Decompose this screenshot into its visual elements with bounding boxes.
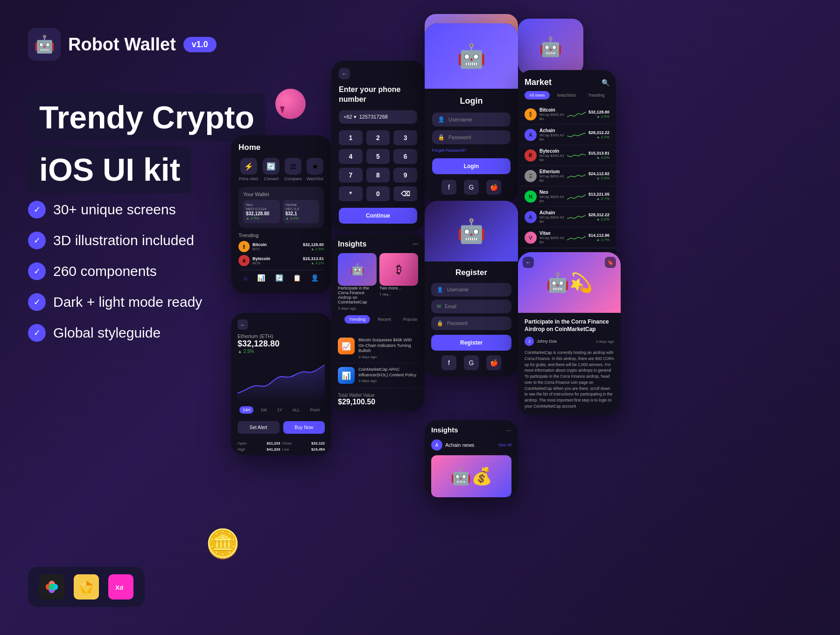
country-code[interactable]: +62 ▾ (343, 114, 357, 120)
market-row-bitcoin[interactable]: ₿ Bitcoin MCap $893.43 Bn $32,128.80 ▲ 2… (518, 104, 616, 125)
market-row-neo[interactable]: N Neo MCap $893.43 Bn $13,221.55 ▲ 2.7% (518, 186, 616, 207)
market-bytecoin-info: Bytecoin MCap $393.43 Bn (539, 148, 564, 162)
reg-google-button[interactable]: G (464, 355, 479, 370)
wallet-card-vechai[interactable]: Vechai VEC 0.2 $32,1 ▲ 3.2% (283, 200, 320, 223)
neo-mini-chart (567, 192, 586, 201)
wallet-card-neo-code: NEO 0.2124 (246, 207, 277, 211)
nav-profile-icon[interactable]: 👤 (311, 274, 319, 282)
tf-all[interactable]: ALL (289, 406, 303, 414)
see-all-button[interactable]: See All (498, 443, 511, 447)
coin-row-bitcoin[interactable]: ₿ Bitcoin BTC $32,128.80 ▲ 2.5% (238, 241, 324, 252)
qa-compare[interactable]: ⚖ Compare (284, 158, 301, 181)
coin-row-bytecoin[interactable]: Ƀ Bytecoin BCN $15,313.81 ▲ 3.2% (238, 255, 324, 266)
register-username-field[interactable]: 👤 Username (431, 283, 511, 296)
tab-popular[interactable]: Popular (399, 315, 422, 324)
key-6[interactable]: 6 (393, 149, 417, 164)
tab-trending[interactable]: Trending (583, 91, 609, 99)
qa-watchlist[interactable]: ★ Watchlist (307, 158, 323, 181)
bytecoin-mini-chart (567, 151, 586, 160)
reg-apple-button[interactable]: 🍎 (486, 355, 501, 370)
news-icon-1: 📈 (338, 338, 355, 354)
market-bytecoin-price: $15,313.81 ▲ 2.2% (588, 151, 609, 160)
convert-icon: 🔄 (263, 158, 280, 175)
back-button[interactable]: ← (339, 68, 350, 79)
continue-button[interactable]: Continue (339, 208, 417, 224)
sketch-icon (74, 574, 99, 600)
username-field[interactable]: 👤 Username (432, 113, 511, 127)
login-button[interactable]: Login (432, 158, 511, 174)
key-3[interactable]: 3 (393, 130, 417, 145)
key-1[interactable]: 1 (339, 130, 363, 145)
nav-home-icon[interactable]: ⌂ (244, 274, 247, 282)
insights-more-button[interactable]: ··· (413, 240, 418, 248)
key-5[interactable]: 5 (366, 149, 390, 164)
tf-1w[interactable]: 1W (257, 406, 270, 414)
price-open: Open $21,233 (238, 441, 280, 445)
market-row-bytecoin[interactable]: Ƀ Bytecoin MCap $393.43 Bn $15,313.81 ▲ … (518, 145, 616, 166)
market-vitae-price: $14,112.86 ▲ 2.7% (588, 233, 609, 242)
buy-button[interactable]: Buy Now (283, 421, 325, 434)
tab-recent[interactable]: Recent (373, 315, 396, 324)
set-alert-button[interactable]: Set Alert (238, 421, 280, 434)
key-0[interactable]: 0 (366, 186, 390, 201)
feature-item-5: ✓ Global styleguide (28, 324, 202, 342)
register-email-field[interactable]: ✉ Email (431, 300, 511, 313)
key-9[interactable]: 9 (393, 168, 417, 183)
nav-convert-icon[interactable]: 🔄 (275, 274, 283, 282)
news-content-1: Bitcoin Surpasses $40k With On-Chain Ind… (358, 338, 418, 359)
register-illustration: 🤖 (425, 201, 518, 261)
market-achain1-icon: A (525, 129, 537, 141)
nav-copy-icon[interactable]: 📋 (293, 274, 301, 282)
tf-point[interactable]: Point (307, 406, 323, 414)
key-7[interactable]: 7 (339, 168, 363, 183)
news-time-1: 3 days ago (358, 355, 418, 359)
facebook-login-button[interactable]: f (441, 180, 456, 195)
chart-back-button[interactable]: ← (238, 319, 248, 330)
tab-watchlists[interactable]: Watchlists (553, 91, 581, 99)
tf-1y[interactable]: 1Y (274, 406, 286, 414)
price-alert-icon: ⚡ (240, 158, 257, 175)
apple-login-button[interactable]: 🍎 (486, 180, 501, 195)
article-bookmark-button[interactable]: 🔖 (605, 257, 616, 268)
price-low: Low $19,454 (282, 447, 325, 452)
insights2-more-button[interactable]: ··· (506, 426, 511, 434)
reg-facebook-button[interactable]: f (441, 355, 456, 370)
forgot-password-link[interactable]: Forget Password? (432, 148, 466, 153)
news-item-1[interactable]: 📈 Bitcoin Surpasses $40k With On-Chain I… (331, 334, 425, 363)
key-2[interactable]: 2 (366, 130, 390, 145)
key-8[interactable]: 8 (366, 168, 390, 183)
google-login-button[interactable]: G (464, 180, 479, 195)
qa-price-alert[interactable]: ⚡ Price Alert (239, 158, 258, 181)
register-password-field[interactable]: 🔒 Password (431, 317, 511, 330)
market-search-icon[interactable]: 🔍 (602, 79, 609, 86)
market-row-achain2[interactable]: A Achain MCap $893.43 Bn $28,312.22 ▲ 2.… (518, 207, 616, 227)
qa-convert[interactable]: 🔄 Convert (263, 158, 280, 181)
etherium-mini-chart (567, 171, 586, 181)
author-avatar: J (525, 337, 534, 346)
price-close: Close $32,122 (282, 441, 325, 445)
key-4[interactable]: 4 (339, 149, 363, 164)
bytecoin-info: Bytecoin BCN (252, 256, 303, 265)
bitcoin-price: $32,128.80 (303, 242, 324, 247)
market-row-achain1[interactable]: A Achain MCap $393.43 Bn $28,312.22 ▲ 2.… (518, 125, 616, 145)
phone-register-screen: 🤖 Register 👤 Username ✉ Email 🔒 Password… (425, 201, 518, 377)
market-row-vitae[interactable]: V Vitae MCap $893.43 Bn $14,112.86 ▲ 2.7… (518, 227, 616, 248)
market-row-etherium[interactable]: Ξ Etherium MCap $893.43 Bn $24,112.82 ▲ … (518, 166, 616, 186)
nav-chart-icon[interactable]: 📊 (257, 274, 265, 282)
password-field[interactable]: 🔒 Password (432, 130, 511, 144)
tab-all-news[interactable]: All news (525, 91, 550, 99)
wallet-card-neo[interactable]: Neo NEO 0.2124 $32,128.80 ▲ 2.5% (243, 200, 280, 223)
register-title: Register (431, 268, 511, 277)
qa-convert-label: Convert (264, 176, 279, 181)
tab-trending[interactable]: Trending (344, 315, 370, 324)
key-star[interactable]: * (339, 186, 363, 201)
news-item-2[interactable]: 📊 CoinMarketCap APAC Influencer(KOL) Con… (331, 363, 425, 388)
bitcoin-change: ▲ 2.5% (303, 247, 324, 251)
tf-24h[interactable]: 24H (239, 406, 254, 414)
price-high: High $41,233 (238, 447, 280, 452)
register-button[interactable]: Register (431, 335, 511, 351)
article-back-button[interactable]: ← (523, 257, 534, 268)
phone-input[interactable]: +62 ▾ 1257317268 (339, 110, 417, 124)
key-backspace[interactable]: ⌫ (393, 186, 417, 201)
market-header: Market 🔍 (518, 70, 616, 91)
